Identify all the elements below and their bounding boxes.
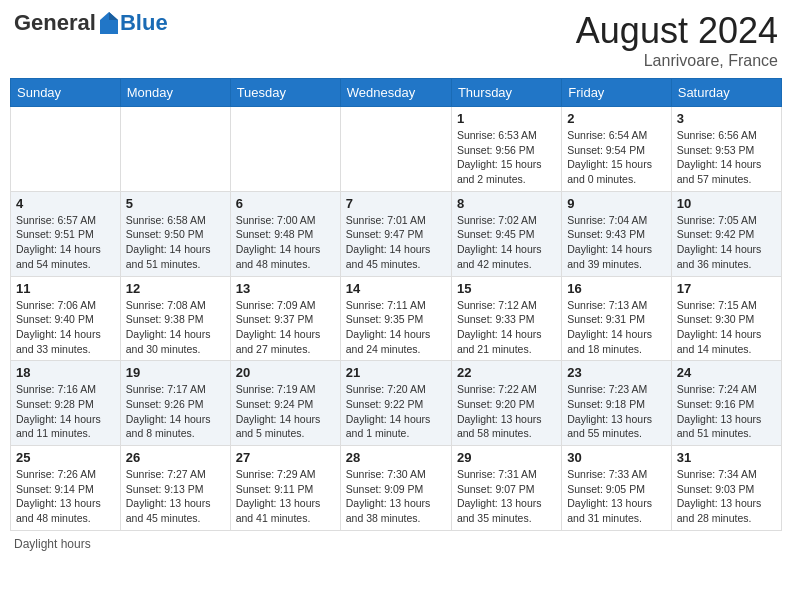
calendar-day-cell: 4Sunrise: 6:57 AMSunset: 9:51 PMDaylight…	[11, 191, 121, 276]
calendar-day-header: Sunday	[11, 79, 121, 107]
day-info: Sunrise: 7:01 AMSunset: 9:47 PMDaylight:…	[346, 214, 431, 270]
day-info: Sunrise: 7:08 AMSunset: 9:38 PMDaylight:…	[126, 299, 211, 355]
day-info: Sunrise: 7:33 AMSunset: 9:05 PMDaylight:…	[567, 468, 652, 524]
day-info: Sunrise: 7:02 AMSunset: 9:45 PMDaylight:…	[457, 214, 542, 270]
day-number: 1	[457, 111, 556, 126]
day-info: Sunrise: 7:29 AMSunset: 9:11 PMDaylight:…	[236, 468, 321, 524]
calendar-day-header: Monday	[120, 79, 230, 107]
logo-blue-text: Blue	[120, 10, 168, 36]
calendar-day-cell: 15Sunrise: 7:12 AMSunset: 9:33 PMDayligh…	[451, 276, 561, 361]
calendar-day-cell: 29Sunrise: 7:31 AMSunset: 9:07 PMDayligh…	[451, 446, 561, 531]
day-number: 18	[16, 365, 115, 380]
calendar-day-cell: 30Sunrise: 7:33 AMSunset: 9:05 PMDayligh…	[562, 446, 671, 531]
calendar-day-cell	[120, 107, 230, 192]
day-info: Sunrise: 7:13 AMSunset: 9:31 PMDaylight:…	[567, 299, 652, 355]
day-number: 26	[126, 450, 225, 465]
day-info: Sunrise: 7:26 AMSunset: 9:14 PMDaylight:…	[16, 468, 101, 524]
svg-marker-1	[109, 12, 118, 20]
calendar-day-cell: 6Sunrise: 7:00 AMSunset: 9:48 PMDaylight…	[230, 191, 340, 276]
footer-note: Daylight hours	[10, 537, 782, 551]
day-number: 13	[236, 281, 335, 296]
day-info: Sunrise: 7:30 AMSunset: 9:09 PMDaylight:…	[346, 468, 431, 524]
day-info: Sunrise: 7:16 AMSunset: 9:28 PMDaylight:…	[16, 383, 101, 439]
logo-icon	[100, 12, 118, 34]
day-info: Sunrise: 7:23 AMSunset: 9:18 PMDaylight:…	[567, 383, 652, 439]
calendar-day-cell	[230, 107, 340, 192]
calendar-day-cell: 14Sunrise: 7:11 AMSunset: 9:35 PMDayligh…	[340, 276, 451, 361]
day-number: 29	[457, 450, 556, 465]
calendar-day-cell: 24Sunrise: 7:24 AMSunset: 9:16 PMDayligh…	[671, 361, 781, 446]
calendar-day-cell: 9Sunrise: 7:04 AMSunset: 9:43 PMDaylight…	[562, 191, 671, 276]
day-number: 25	[16, 450, 115, 465]
calendar-day-cell: 5Sunrise: 6:58 AMSunset: 9:50 PMDaylight…	[120, 191, 230, 276]
title-block: August 2024 Lanrivoare, France	[576, 10, 778, 70]
calendar-week-row: 18Sunrise: 7:16 AMSunset: 9:28 PMDayligh…	[11, 361, 782, 446]
calendar-day-cell: 22Sunrise: 7:22 AMSunset: 9:20 PMDayligh…	[451, 361, 561, 446]
day-info: Sunrise: 7:27 AMSunset: 9:13 PMDaylight:…	[126, 468, 211, 524]
day-number: 27	[236, 450, 335, 465]
calendar-table: SundayMondayTuesdayWednesdayThursdayFrid…	[10, 78, 782, 531]
calendar-day-cell: 19Sunrise: 7:17 AMSunset: 9:26 PMDayligh…	[120, 361, 230, 446]
calendar-day-cell: 10Sunrise: 7:05 AMSunset: 9:42 PMDayligh…	[671, 191, 781, 276]
calendar-day-cell	[11, 107, 121, 192]
calendar-header-row: SundayMondayTuesdayWednesdayThursdayFrid…	[11, 79, 782, 107]
day-number: 17	[677, 281, 776, 296]
logo[interactable]: General Blue	[14, 10, 168, 36]
day-info: Sunrise: 6:56 AMSunset: 9:53 PMDaylight:…	[677, 129, 762, 185]
calendar-day-cell: 8Sunrise: 7:02 AMSunset: 9:45 PMDaylight…	[451, 191, 561, 276]
page-header: General Blue August 2024 Lanrivoare, Fra…	[10, 10, 782, 70]
day-number: 12	[126, 281, 225, 296]
calendar-week-row: 11Sunrise: 7:06 AMSunset: 9:40 PMDayligh…	[11, 276, 782, 361]
day-number: 2	[567, 111, 665, 126]
day-number: 3	[677, 111, 776, 126]
day-info: Sunrise: 7:15 AMSunset: 9:30 PMDaylight:…	[677, 299, 762, 355]
day-number: 8	[457, 196, 556, 211]
day-info: Sunrise: 7:17 AMSunset: 9:26 PMDaylight:…	[126, 383, 211, 439]
day-info: Sunrise: 7:20 AMSunset: 9:22 PMDaylight:…	[346, 383, 431, 439]
calendar-week-row: 4Sunrise: 6:57 AMSunset: 9:51 PMDaylight…	[11, 191, 782, 276]
day-number: 28	[346, 450, 446, 465]
calendar-day-cell: 25Sunrise: 7:26 AMSunset: 9:14 PMDayligh…	[11, 446, 121, 531]
calendar-day-cell: 26Sunrise: 7:27 AMSunset: 9:13 PMDayligh…	[120, 446, 230, 531]
day-info: Sunrise: 7:31 AMSunset: 9:07 PMDaylight:…	[457, 468, 542, 524]
calendar-day-cell: 20Sunrise: 7:19 AMSunset: 9:24 PMDayligh…	[230, 361, 340, 446]
calendar-week-row: 25Sunrise: 7:26 AMSunset: 9:14 PMDayligh…	[11, 446, 782, 531]
calendar-day-cell: 17Sunrise: 7:15 AMSunset: 9:30 PMDayligh…	[671, 276, 781, 361]
day-info: Sunrise: 7:09 AMSunset: 9:37 PMDaylight:…	[236, 299, 321, 355]
day-info: Sunrise: 7:11 AMSunset: 9:35 PMDaylight:…	[346, 299, 431, 355]
calendar-day-cell: 27Sunrise: 7:29 AMSunset: 9:11 PMDayligh…	[230, 446, 340, 531]
day-number: 6	[236, 196, 335, 211]
day-number: 11	[16, 281, 115, 296]
day-number: 7	[346, 196, 446, 211]
day-info: Sunrise: 7:19 AMSunset: 9:24 PMDaylight:…	[236, 383, 321, 439]
day-info: Sunrise: 7:05 AMSunset: 9:42 PMDaylight:…	[677, 214, 762, 270]
day-info: Sunrise: 6:53 AMSunset: 9:56 PMDaylight:…	[457, 129, 542, 185]
day-info: Sunrise: 6:54 AMSunset: 9:54 PMDaylight:…	[567, 129, 652, 185]
day-number: 14	[346, 281, 446, 296]
calendar-day-cell: 1Sunrise: 6:53 AMSunset: 9:56 PMDaylight…	[451, 107, 561, 192]
daylight-hours-label: Daylight hours	[14, 537, 91, 551]
day-number: 19	[126, 365, 225, 380]
day-info: Sunrise: 6:58 AMSunset: 9:50 PMDaylight:…	[126, 214, 211, 270]
calendar-day-cell: 16Sunrise: 7:13 AMSunset: 9:31 PMDayligh…	[562, 276, 671, 361]
calendar-day-header: Tuesday	[230, 79, 340, 107]
month-year: August 2024	[576, 10, 778, 52]
calendar-week-row: 1Sunrise: 6:53 AMSunset: 9:56 PMDaylight…	[11, 107, 782, 192]
day-number: 31	[677, 450, 776, 465]
calendar-day-cell: 31Sunrise: 7:34 AMSunset: 9:03 PMDayligh…	[671, 446, 781, 531]
day-number: 16	[567, 281, 665, 296]
day-number: 5	[126, 196, 225, 211]
calendar-day-header: Saturday	[671, 79, 781, 107]
calendar-day-cell: 12Sunrise: 7:08 AMSunset: 9:38 PMDayligh…	[120, 276, 230, 361]
calendar-day-cell: 7Sunrise: 7:01 AMSunset: 9:47 PMDaylight…	[340, 191, 451, 276]
calendar-day-cell: 18Sunrise: 7:16 AMSunset: 9:28 PMDayligh…	[11, 361, 121, 446]
day-number: 10	[677, 196, 776, 211]
day-number: 22	[457, 365, 556, 380]
day-number: 15	[457, 281, 556, 296]
day-info: Sunrise: 7:12 AMSunset: 9:33 PMDaylight:…	[457, 299, 542, 355]
day-info: Sunrise: 7:22 AMSunset: 9:20 PMDaylight:…	[457, 383, 542, 439]
day-info: Sunrise: 7:00 AMSunset: 9:48 PMDaylight:…	[236, 214, 321, 270]
day-info: Sunrise: 7:34 AMSunset: 9:03 PMDaylight:…	[677, 468, 762, 524]
day-number: 20	[236, 365, 335, 380]
calendar-day-cell: 21Sunrise: 7:20 AMSunset: 9:22 PMDayligh…	[340, 361, 451, 446]
